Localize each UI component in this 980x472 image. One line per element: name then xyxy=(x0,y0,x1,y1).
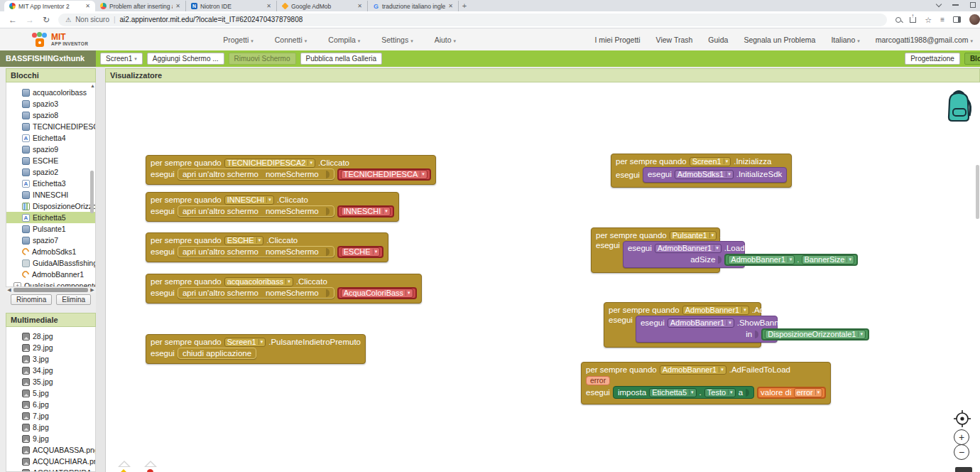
tree-item[interactable]: spazio7 xyxy=(6,235,95,246)
block-when-esche-clicked[interactable]: per sempre quando ESCHE▾ .Cliccato esegu… xyxy=(146,232,388,262)
component-dropdown[interactable]: AdmobBanner1▾ xyxy=(655,244,722,253)
reload-button[interactable]: ↻ xyxy=(43,15,50,25)
block-when-inneschi-clicked[interactable]: per sempre quando INNESCHI▾ .Cliccato es… xyxy=(146,192,399,222)
blocks-view-button[interactable]: Blocchi xyxy=(964,53,980,65)
media-item[interactable]: 6.jpg xyxy=(6,399,95,410)
component-dropdown[interactable]: AdmobBanner1▾ xyxy=(668,318,734,328)
set-label-text-block[interactable]: imposta Etichetta5▾. Testo▾ a xyxy=(613,386,754,399)
tree-item[interactable]: Etichetta3 xyxy=(6,178,95,189)
open-screen-block[interactable]: apri un'altro schermonomeSchermo xyxy=(178,168,334,180)
tree-item[interactable]: GuidaAlBassfishing1 xyxy=(6,257,95,269)
media-item[interactable]: 35.jpg xyxy=(6,376,95,387)
scroll-right-arrow-icon[interactable]: ▶ xyxy=(89,287,95,293)
call-show-banner-block[interactable]: esegui AdmobBanner1▾ .ShowBanner in Disp… xyxy=(636,316,778,343)
scrollbar-thumb[interactable] xyxy=(13,288,88,292)
screen-name-value-block[interactable]: INNESCHI▾ xyxy=(337,205,394,218)
publish-gallery-button[interactable]: Pubblica nella Galleria xyxy=(300,53,383,65)
tab-translate[interactable]: traduzione italiano inglese - Cerc ✕ xyxy=(368,1,459,11)
open-screen-block[interactable]: apri un'altro schermonomeSchermo xyxy=(178,246,334,257)
errors-collapse-arrow-icon[interactable] xyxy=(144,461,157,467)
block-when-screen-initialize[interactable]: per sempre quando Screen1▾ .Inizializza … xyxy=(611,154,792,188)
url-text[interactable]: ai2.appinventor.mit.edu/?locale=it_IT#62… xyxy=(120,16,303,23)
tab-admob[interactable]: Google AdMob ✕ xyxy=(277,1,368,11)
arrangement-component-block[interactable]: DisposizioneOrizzontale1▾ xyxy=(761,328,869,340)
call-initialize-sdk-block[interactable]: esegui AdmobSdks1▾ .InitializeSdk xyxy=(643,167,787,183)
screen-name-value-block[interactable]: ESCHE▾ xyxy=(337,246,383,258)
block-when-ad-failed-to-load[interactable]: per sempre quando AdmobBanner1▾ .AdFaile… xyxy=(581,362,831,404)
property-dropdown[interactable]: BannerSize▾ xyxy=(802,255,854,264)
tab-close-icon[interactable]: ✕ xyxy=(266,3,271,9)
block-when-pulsante1-clicked[interactable]: per sempre quando Pulsante1▾ .Cliccato e… xyxy=(591,227,720,273)
add-screen-button[interactable]: Aggiungi Schermo ... xyxy=(147,53,224,65)
media-item[interactable]: 5.jpg xyxy=(6,387,95,399)
property-dropdown[interactable]: Testo▾ xyxy=(704,388,736,397)
tree-item[interactable]: Etichetta4 xyxy=(6,132,95,144)
tab-niotron[interactable]: Niotron IDE ✕ xyxy=(186,1,277,11)
reading-list-icon[interactable]: ≡ xyxy=(940,16,944,23)
new-tab-button[interactable]: + xyxy=(459,1,470,11)
component-dropdown[interactable]: ESCHE▾ xyxy=(224,236,263,245)
menu-aiuto[interactable]: Aiuto ▾ xyxy=(435,36,456,44)
link-my-projects[interactable]: I miei Progetti xyxy=(594,36,640,44)
tree-item[interactable]: TECNICHEDIPESCA2 xyxy=(6,121,95,132)
component-dropdown[interactable]: Etichetta5▾ xyxy=(649,388,696,397)
variable-dropdown[interactable]: error▾ xyxy=(794,388,823,397)
scrollbar-thumb[interactable] xyxy=(90,171,94,213)
bookmark-star-icon[interactable]: ☆ xyxy=(925,16,932,23)
component-dropdown[interactable]: AdmobSdks1▾ xyxy=(675,170,734,179)
component-dropdown[interactable]: Screen1▾ xyxy=(224,338,266,347)
media-item[interactable]: 8.jpg xyxy=(6,422,95,433)
media-item[interactable]: 34.jpg xyxy=(6,365,95,376)
screen-name-value-block[interactable]: AcquaColoriBass▾ xyxy=(337,287,417,299)
component-dropdown[interactable]: acquacoloribass▾ xyxy=(224,277,293,286)
call-load-banner-block[interactable]: esegui AdmobBanner1▾ .LoadBanner adSize … xyxy=(623,241,745,268)
not-secure-label[interactable]: Non sicuro xyxy=(75,16,109,23)
banner-size-getter-block[interactable]: AdmobBanner1▾. BannerSize▾ xyxy=(724,254,858,266)
link-guide[interactable]: Guida xyxy=(708,36,728,44)
screen-name-value-block[interactable]: TECNICHEDIPESCA▾ xyxy=(337,168,431,181)
tree-item[interactable]: ESCHE xyxy=(6,155,95,166)
tree-item-any-component[interactable]: Qualsiasi componente xyxy=(6,280,95,287)
screen-selector[interactable]: Screen1▾ xyxy=(100,53,143,65)
component-dropdown[interactable]: Screen1▾ xyxy=(690,157,731,166)
link-view-trash[interactable]: View Trash xyxy=(656,36,693,44)
link-report-issue[interactable]: Segnala un Problema xyxy=(744,36,815,44)
tree-item[interactable]: spazio9 xyxy=(6,144,95,155)
tab-search-chevron-icon[interactable] xyxy=(936,1,942,6)
menu-compila[interactable]: Compila ▾ xyxy=(328,36,360,44)
media-item[interactable]: 3.jpg xyxy=(6,353,95,365)
close-application-block[interactable]: chiudi applicazione xyxy=(178,348,256,359)
media-item[interactable]: 29.jpg xyxy=(6,342,95,353)
warnings-collapse-arrow-icon[interactable] xyxy=(118,461,131,467)
tree-item[interactable]: Pulsante1 xyxy=(6,223,95,235)
address-bar[interactable]: ⚠ Non sicuro | ai2.appinventor.mit.edu/?… xyxy=(58,14,887,26)
media-item[interactable]: ACQUATORBIDA.png xyxy=(6,467,95,472)
menu-progetti[interactable]: Progetti ▾ xyxy=(223,36,254,44)
scroll-left-arrow-icon[interactable]: ◀ xyxy=(6,287,12,293)
delete-button[interactable]: Elimina xyxy=(56,294,91,305)
block-when-back-pressed[interactable]: per sempre quando Screen1▾ .PulsanteIndi… xyxy=(146,334,366,364)
scroll-up-arrow-icon[interactable]: ▲ xyxy=(90,84,94,88)
tab-close-icon[interactable]: ✕ xyxy=(175,3,180,9)
tree-item[interactable]: spazio8 xyxy=(6,109,95,121)
canvas-scrollbar-thumb[interactable] xyxy=(976,165,979,219)
media-item[interactable]: ACQUABASSA.png xyxy=(6,444,95,456)
tab-close-icon[interactable]: ✕ xyxy=(357,3,362,9)
browser-profile-avatar[interactable] xyxy=(969,14,980,25)
mit-app-inventor-logo[interactable]: MIT APP INVENTOR xyxy=(32,32,88,48)
tab-close-icon[interactable]: ✕ xyxy=(448,3,453,9)
block-when-tecnichedipesca2-clicked[interactable]: per sempre quando TECNICHEDIPESCA2▾ .Cli… xyxy=(146,155,436,185)
trash-can-icon[interactable] xyxy=(955,467,972,472)
tree-item[interactable]: AdmobSdks1 xyxy=(6,246,95,257)
tree-item[interactable]: spazio2 xyxy=(6,166,95,178)
window-restore-button[interactable] xyxy=(970,2,976,8)
backpack-icon[interactable] xyxy=(940,87,979,127)
component-dropdown[interactable]: Pulsante1▾ xyxy=(670,231,717,240)
component-dropdown[interactable]: AdmobBanner1▾ xyxy=(660,365,726,375)
tree-item[interactable]: INNESCHI xyxy=(6,189,95,200)
tree-item[interactable]: spazio3 xyxy=(6,98,95,109)
component-dropdown[interactable]: AdmobBanner1▾ xyxy=(728,255,795,264)
panel-splitter[interactable] xyxy=(96,67,105,472)
tab-app-inventor[interactable]: MIT App Inventor 2 ✕ xyxy=(4,1,95,11)
error-parameter-chip[interactable]: error xyxy=(586,376,610,385)
